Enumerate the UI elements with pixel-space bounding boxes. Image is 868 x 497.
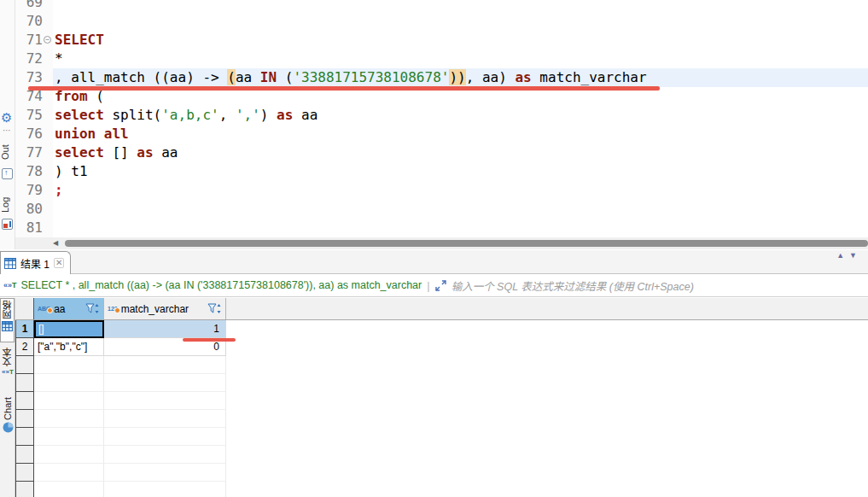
scrollbar-thumb[interactable] — [65, 240, 868, 247]
blue-line-icon — [9, 221, 11, 227]
line-number: 73 — [15, 68, 43, 87]
fold-spacer — [43, 12, 53, 31]
row-number[interactable]: 1 — [15, 320, 34, 338]
code-line[interactable]: 79; — [15, 181, 868, 200]
empty-cell — [104, 482, 226, 497]
code-text: union all — [53, 125, 868, 143]
line-number: 79 — [15, 181, 43, 200]
expand-icon[interactable] — [435, 280, 446, 291]
column-header-aa[interactable]: ABCaa — [34, 298, 104, 319]
code-line[interactable]: 77select [] as aa — [15, 143, 868, 162]
empty-cell — [34, 464, 104, 482]
pie-chart-icon — [3, 422, 14, 433]
empty-cell — [104, 392, 226, 410]
view-tab-grid[interactable]: 网格 — [0, 298, 15, 342]
empty-row-number — [15, 464, 34, 482]
code-line[interactable]: 70 — [15, 12, 868, 31]
executed-query-text: SELECT * , all_match ((aa) -> (aa IN ('3… — [21, 279, 422, 291]
code-line[interactable]: 81 — [15, 219, 868, 237]
close-icon[interactable]: ✕ — [54, 258, 64, 268]
grid-rows: 1[]12["a","b","c"]0 — [15, 320, 868, 356]
line-number: 72 — [15, 50, 43, 68]
empty-row-number — [15, 410, 34, 428]
line-number: 80 — [15, 200, 43, 219]
empty-grid-row — [15, 446, 868, 464]
code-line[interactable]: 71−SELECT — [15, 31, 868, 50]
code-editor[interactable]: 697071−SELECT72*73, all_match ((aa) -> (… — [15, 0, 868, 237]
line-number: 76 — [15, 125, 43, 143]
cell-aa[interactable]: [] — [34, 320, 104, 338]
tab-result-1[interactable]: 结果 1 ✕ — [0, 251, 71, 274]
code-line[interactable]: 73, all_match ((aa) -> (aa IN ('33881715… — [15, 68, 868, 87]
empty-grid-row — [15, 392, 868, 410]
output-icon[interactable]: ↑ — [2, 168, 13, 179]
filter-sort-icon[interactable] — [207, 303, 222, 314]
empty-cell — [34, 410, 104, 428]
grid-header: ABCaa123match_varchar — [15, 298, 868, 320]
column-type-icon: ABC — [38, 306, 50, 312]
fold-spacer — [43, 219, 53, 237]
dbeaver-sql-editor-window: ⚙ ⋯ Out ↑ Log 697071−SELECT72*73, all_ma… — [0, 0, 868, 497]
empty-cell — [34, 446, 104, 464]
table-row: 1[]1 — [15, 320, 868, 338]
fold-spacer — [43, 68, 53, 87]
code-line[interactable]: 78) t1 — [15, 162, 868, 181]
empty-grid-row — [15, 464, 868, 482]
empty-cell — [34, 392, 104, 410]
results-panel: 结果 1 ✕ ▲▼ «»T SELECT * , all_match ((aa)… — [0, 250, 868, 497]
code-text: select split('a,b,c', ',') as aa — [53, 106, 868, 125]
empty-row-number — [15, 446, 34, 464]
log-icon[interactable] — [2, 219, 13, 230]
tab-log[interactable]: Log — [0, 191, 15, 219]
code-line[interactable]: 72* — [15, 50, 868, 68]
editor-side-toolbar: ⚙ ⋯ Out ↑ Log — [0, 0, 15, 249]
column-header-match_varchar[interactable]: 123match_varchar — [104, 298, 226, 319]
overflow-dots-icon[interactable]: ⋯ — [3, 126, 12, 135]
arrow-up-icon[interactable]: ▲ — [836, 251, 849, 260]
column-name: aa — [54, 303, 65, 315]
empty-cell — [104, 410, 226, 428]
fold-spacer — [43, 106, 53, 125]
fold-marker-icon[interactable]: − — [43, 31, 53, 50]
empty-row-number — [15, 392, 34, 410]
empty-cell — [34, 356, 104, 374]
empty-row-number — [15, 482, 34, 497]
code-line[interactable]: 80 — [15, 200, 868, 219]
gear-icon[interactable]: ⚙ — [1, 111, 12, 125]
line-number: 75 — [15, 106, 43, 125]
editor-horizontal-scrollbar[interactable]: ◀ — [15, 237, 868, 249]
empty-grid-row — [15, 482, 868, 497]
tab-label: 结果 1 — [20, 256, 50, 271]
panel-minmax-arrows[interactable]: ▲▼ — [836, 251, 862, 260]
cell-match_varchar[interactable]: 1 — [104, 320, 226, 338]
view-tab-chart[interactable]: Chart — [0, 397, 15, 433]
filter-sort-icon[interactable] — [85, 303, 100, 314]
line-number: 78 — [15, 162, 43, 181]
code-line[interactable]: 75select split('a,b,c', ',') as aa — [15, 106, 868, 125]
results-view-switcher: 网格 文本 «»T Chart — [0, 298, 15, 497]
code-line[interactable]: 69 — [15, 0, 868, 12]
column-type-icon: 123 — [108, 306, 118, 312]
scroll-left-arrow-icon[interactable]: ◀ — [53, 239, 58, 248]
row-number[interactable]: 2 — [15, 338, 34, 356]
line-number: 69 — [15, 0, 43, 12]
line-number: 71 — [15, 31, 43, 50]
empty-cell — [34, 428, 104, 446]
empty-row-number — [15, 374, 34, 392]
tab-output[interactable]: Out — [0, 137, 15, 167]
cell-aa[interactable]: ["a","b","c"] — [34, 338, 104, 356]
filter-input-placeholder[interactable]: 输入一个 SQL 表达式来过滤结果 (使用 Ctrl+Space) — [451, 278, 694, 294]
code-text: ) t1 — [53, 162, 868, 181]
empty-grid-row — [15, 374, 868, 392]
arrow-down-icon[interactable]: ▼ — [849, 251, 862, 260]
code-line[interactable]: 76union all — [15, 125, 868, 143]
view-tab-text[interactable]: 文本 «»T — [0, 348, 15, 376]
fold-spacer — [43, 0, 53, 12]
grid-view-icon — [2, 321, 13, 331]
red-underline-annotation-result1 — [183, 338, 236, 342]
empty-cell — [34, 482, 104, 497]
code-text — [53, 219, 868, 237]
fold-spacer — [43, 162, 53, 181]
grid-corner-cell[interactable] — [15, 298, 34, 319]
code-text: , all_match ((aa) -> (aa IN ('3388171573… — [53, 68, 868, 87]
